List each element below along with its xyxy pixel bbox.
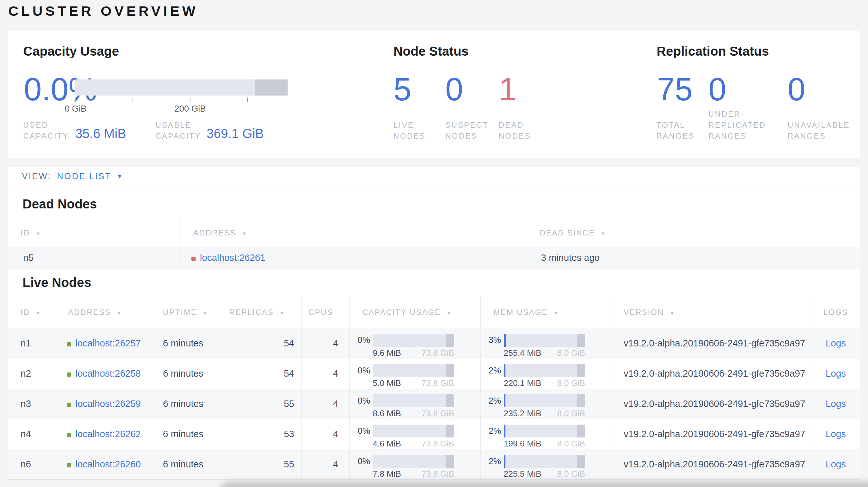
usage-values: 9.6 MiB73.8 GiB [373,348,454,358]
column-header-id[interactable]: ID ▼ [8,219,180,247]
capacity-bar-track [75,79,288,96]
node-cpus: 4 [302,449,349,480]
usage-percent: 2% [480,366,504,376]
logs-link[interactable]: Logs [826,368,846,379]
node-cpus: 4 [302,359,349,389]
node-version: v19.2.0-alpha.20190606-2491-gfe735c9a97 [611,419,811,449]
sort-icon: ▼ [35,311,41,316]
node-id: n6 [8,449,55,480]
node-address-link[interactable]: localhost:26257 [75,338,141,348]
logs-link[interactable]: Logs [826,429,846,439]
column-header-uptime[interactable]: UPTIME ▼ [150,296,222,328]
view-selector-dropdown[interactable]: NODE LIST ▼ [57,171,123,182]
live-node-row: n3localhost:262596 minutes5540%8.6 MiB73… [8,389,860,419]
unavailable-ranges-count: 0 [787,73,806,105]
node-mem-usage-cell: 2%220.1 MiB8.0 GiB [480,359,611,389]
column-header-dead-since[interactable]: DEAD SINCE ▼ [527,219,860,247]
usage-values: 4.6 MiB73.8 GiB [373,439,454,449]
mem-usage-meter: 2% [480,394,611,407]
live-nodes-header-row: ID ▼ADDRESS ▼UPTIME ▼REPLICAS ▼CPUSCAPAC… [8,296,860,328]
sort-icon: ▼ [35,231,41,236]
node-capacity-usage-cell: 0%4.6 MiB73.8 GiB [349,419,480,449]
mem-usage-meter: 2% [480,455,611,468]
capacity-usage-meter: 0% [350,455,480,468]
node-address-link[interactable]: localhost:26259 [75,398,141,409]
usage-total-value: 73.8 GiB [422,378,454,388]
sort-icon: ▼ [553,311,559,316]
column-header-mem-usage[interactable]: MEM USAGE ▼ [480,296,611,328]
usage-used-value: 255.4 MiB [504,348,541,358]
node-logs-cell: Logs [811,389,860,419]
column-header-address[interactable]: ADDRESS ▼ [180,219,527,247]
usage-bar-fill [504,425,505,437]
sort-icon: ▼ [242,231,247,236]
logs-link[interactable]: Logs [826,398,846,409]
usage-bar-track [373,334,454,347]
usage-bar-endcap [577,334,585,347]
node-id: n2 [8,359,55,389]
logs-link[interactable]: Logs [826,459,846,469]
node-version: v19.2.0-alpha.20190606-2491-gfe735c9a97 [611,389,811,419]
node-logs-cell: Logs [811,449,860,480]
capacity-usage-meter: 0% [350,334,480,347]
view-selected-value[interactable]: NODE LIST [57,171,112,182]
node-address-link[interactable]: localhost:26258 [75,368,141,379]
node-address-cell: localhost:26258 [55,359,150,389]
node-address-link[interactable]: localhost:26260 [75,459,141,469]
column-header-capacity-usage[interactable]: CAPACITY USAGE ▼ [349,296,480,328]
usage-bar-track [504,334,585,347]
usage-total-value: 8.0 GiB [557,348,585,358]
node-version: v19.2.0-alpha.20190606-2491-gfe735c9a97 [611,449,811,480]
usage-used-value: 8.6 MiB [373,409,401,419]
sort-icon: ▼ [203,311,208,316]
node-capacity-usage-cell: 0%7.8 MiB73.8 GiB [349,449,480,480]
usage-bar-endcap [577,425,585,437]
cluster-summary-card: Capacity Usage Node Status Replication S… [8,31,860,158]
suspect-nodes-label: SUSPECT NODES [445,120,488,141]
usage-percent: 0% [350,456,373,466]
capacity-usage-meter: 0% [350,394,480,407]
dead-nodes-label: DEAD NODES [499,120,531,141]
dead-nodes-header-row: ID ▼ADDRESS ▼DEAD SINCE ▼ [8,219,860,247]
usage-values: 8.6 MiB73.8 GiB [373,409,454,419]
usage-percent: 0% [350,366,373,376]
column-header-id[interactable]: ID ▼ [8,296,55,328]
node-address-link[interactable]: localhost:26262 [75,429,141,439]
dead-status-icon [191,257,196,261]
mem-usage-meter: 3% [480,334,611,347]
node-version: v19.2.0-alpha.20190606-2491-gfe735c9a97 [611,328,811,359]
node-address-link[interactable]: localhost:26261 [200,253,266,263]
live-nodes-count: 5 [394,73,411,105]
node-id: n4 [8,419,55,449]
usage-total-value: 8.0 GiB [557,469,585,479]
total-ranges-label: TOTAL RANGES [656,120,694,141]
column-header-version[interactable]: VERSION ▼ [611,296,811,328]
usage-percent: 0% [350,426,373,436]
usage-used-value: 225.5 MiB [504,469,541,479]
logs-link[interactable]: Logs [826,338,846,348]
usage-values: 225.5 MiB8.0 GiB [504,469,585,479]
node-capacity-usage-cell: 0%8.6 MiB73.8 GiB [349,389,480,419]
axis-tick [190,97,190,102]
unavailable-ranges-label: UNAVAILABLE RANGES [787,120,850,141]
view-label: VIEW: [22,171,51,182]
usage-bar-fill [504,455,505,468]
node-uptime: 6 minutes [150,328,222,359]
column-header-address[interactable]: ADDRESS ▼ [55,296,150,328]
dead-node-row: n5localhost:262613 minutes ago [8,247,860,269]
used-capacity-label: USED CAPACITY [23,120,69,141]
capacity-usage-meter: 0% [350,364,480,377]
under-replicated-ranges-label: UNDER- REPLICATED RANGES [708,109,766,141]
column-header-replicas[interactable]: REPLICAS ▼ [222,296,302,328]
usage-total-value: 73.8 GiB [422,348,454,358]
usage-values: 7.8 MiB73.8 GiB [373,469,454,479]
usage-percent: 2% [480,396,504,406]
usage-bar-track [504,425,585,437]
usage-percent: 2% [480,426,504,436]
node-version: v19.2.0-alpha.20190606-2491-gfe735c9a97 [611,359,811,389]
node-uptime: 6 minutes [150,449,222,480]
live-status-icon [67,342,71,347]
node-mem-usage-cell: 2%235.2 MiB8.0 GiB [480,389,611,419]
usage-total-value: 8.0 GiB [557,409,585,419]
node-address-cell: localhost:26257 [55,328,150,359]
